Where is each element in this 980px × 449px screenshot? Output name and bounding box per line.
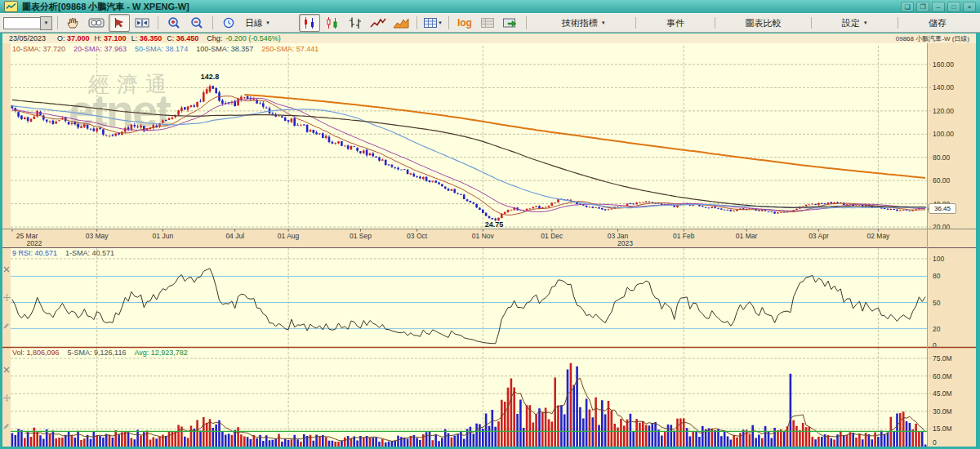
quote-field-value: 37.100	[102, 34, 127, 42]
stock-label: 09868 小鵬汽車-W (日線)	[896, 34, 969, 43]
quote-date: 23/05/2023	[9, 34, 46, 42]
zoom-in-button[interactable]	[163, 14, 185, 32]
svg-text:100.00: 100.00	[933, 130, 954, 138]
legend-item: 5-SMA: 9,126,116	[68, 349, 127, 357]
svg-text:03 Oct: 03 Oct	[407, 232, 428, 240]
high-annotation: 142.8	[201, 73, 220, 81]
svg-text:80: 80	[933, 272, 941, 280]
quote-field-label: C:	[167, 34, 174, 42]
window-button-close[interactable]: ×	[963, 2, 976, 12]
toolbar-separator	[448, 16, 449, 29]
main-toolbar: ▼ 日線 ▼	[0, 13, 980, 33]
grid-layout-button[interactable]: ▼	[422, 14, 443, 32]
symbol-input[interactable]	[3, 17, 40, 29]
title-bar[interactable]: 圖表分析[09868 小鵬汽車 - W XPENG-W] ❏❐–□×	[0, 0, 980, 13]
window-title: 圖表分析[09868 小鵬汽車 - W XPENG-W]	[22, 1, 189, 13]
chevron-down-icon: ▼	[265, 20, 270, 25]
period-dropdown[interactable]: 日線 ▼	[241, 17, 274, 29]
menu-save[interactable]: 儲存	[922, 16, 953, 31]
svg-text:01 Sep: 01 Sep	[350, 232, 372, 240]
toolbar-separator	[212, 16, 213, 29]
sma-legend: 10-SMA: 37.72020-SMA: 37.96350-SMA: 38.1…	[12, 45, 318, 53]
rsi-panel-controls	[2, 266, 11, 329]
menu-settings[interactable]: 設定▼	[835, 16, 875, 31]
legend-item: 9 RSI: 40.571	[12, 249, 57, 257]
replay-tool-button[interactable]	[86, 14, 107, 32]
history-button[interactable]	[218, 14, 239, 32]
chart-type-area-button[interactable]	[390, 14, 412, 32]
chart-type-candle-button[interactable]	[299, 14, 320, 32]
svg-text:03 May: 03 May	[86, 232, 109, 240]
pan-tool-button[interactable]	[63, 14, 84, 32]
toolbar-separator	[416, 16, 417, 29]
symbol-combobox[interactable]: ▼	[3, 16, 52, 30]
window-controls: ❏❐–□×	[901, 2, 976, 12]
popout-window-icon	[502, 17, 519, 29]
legend-item: 250-SMA: 57.441	[261, 45, 318, 53]
rsi-plot-background[interactable]	[11, 248, 927, 347]
legend-item: Avg: 12,923,782	[134, 349, 187, 357]
svg-text:04 Jul: 04 Jul	[225, 232, 244, 240]
chevron-down-icon: ▼	[863, 20, 868, 25]
menu-separator	[811, 17, 812, 29]
quote-field-value: 36.450	[174, 34, 198, 42]
chart-canvas[interactable]: 經濟通 etnet 25 Mar202203 May01 Jun04 Jul01…	[2, 43, 976, 447]
window-button-maximize[interactable]: □	[947, 2, 960, 12]
svg-text:50: 50	[933, 299, 941, 307]
zoom-out-icon	[189, 16, 204, 29]
svg-text:01 Nov: 01 Nov	[472, 232, 495, 240]
legend-item: 50-SMA: 38.174	[135, 45, 188, 53]
svg-text:15.0M: 15.0M	[933, 425, 952, 433]
zoom-in-icon	[167, 16, 181, 29]
pencil-icon[interactable]	[3, 423, 10, 429]
svg-text:0: 0	[933, 438, 937, 447]
menu-chart-compare[interactable]: 圖表比較	[738, 16, 787, 31]
svg-text:01 Feb: 01 Feb	[673, 232, 695, 240]
ohlc-bars-icon	[348, 16, 363, 29]
replay-icon	[88, 17, 105, 29]
period-label: 日線	[245, 17, 263, 29]
window-button-minimize[interactable]: –	[932, 2, 945, 12]
move-icon[interactable]	[3, 394, 11, 402]
clock-icon	[222, 16, 235, 29]
compare-tool-button[interactable]	[131, 14, 153, 32]
chart-type-line-button[interactable]	[368, 14, 389, 32]
quote-fields: O: 37.000H: 37.100L: 36.350C: 36.450	[52, 34, 198, 42]
close-icon[interactable]	[3, 266, 10, 273]
svg-text:01 Aug: 01 Aug	[278, 232, 300, 240]
svg-text:60.00: 60.00	[933, 176, 951, 184]
menu-separator	[635, 17, 636, 29]
popout-button[interactable]	[500, 14, 521, 32]
chart-type-hollow-candle-button[interactable]	[322, 14, 343, 32]
symbol-dropdown-button[interactable]: ▼	[40, 16, 52, 30]
quote-field-label: L:	[131, 34, 138, 42]
move-icon[interactable]	[3, 294, 11, 301]
grid-layout-icon	[423, 17, 438, 29]
svg-text:01 Mar: 01 Mar	[736, 232, 758, 240]
hollow-candlestick-icon	[324, 16, 341, 29]
data-table-button[interactable]	[477, 14, 498, 32]
svg-text:160.00: 160.00	[933, 60, 954, 69]
window-button-restore[interactable]: ❐	[916, 2, 929, 12]
log-scale-button[interactable]: log	[454, 14, 475, 32]
svg-text:100: 100	[933, 255, 944, 263]
svg-text:60.0M: 60.0M	[933, 372, 952, 380]
zoom-out-button[interactable]	[186, 14, 207, 32]
menu-technical-indicators[interactable]: 技術指標▼	[555, 16, 612, 31]
crosshair-tool-button[interactable]	[109, 14, 130, 32]
legend-item: Vol: 1,806,096	[12, 349, 60, 357]
quote-field-value: 37.000	[65, 34, 90, 42]
svg-text:20.00: 20.00	[933, 223, 951, 231]
chart-type-ohlc-button[interactable]	[345, 14, 366, 32]
legend-item: 100-SMA: 38.357	[196, 45, 253, 53]
volume-panel-controls	[2, 367, 11, 429]
data-table-icon	[480, 17, 495, 29]
menu-events[interactable]: 事件	[660, 16, 691, 31]
window-button-pin[interactable]: ❏	[901, 2, 914, 12]
line-chart-icon	[370, 16, 386, 29]
close-icon[interactable]	[3, 367, 10, 373]
svg-text:02 May: 02 May	[867, 232, 891, 240]
svg-text:30.0M: 30.0M	[933, 407, 952, 416]
pencil-icon[interactable]	[3, 322, 10, 329]
svg-text:01 Jun: 01 Jun	[153, 232, 174, 240]
